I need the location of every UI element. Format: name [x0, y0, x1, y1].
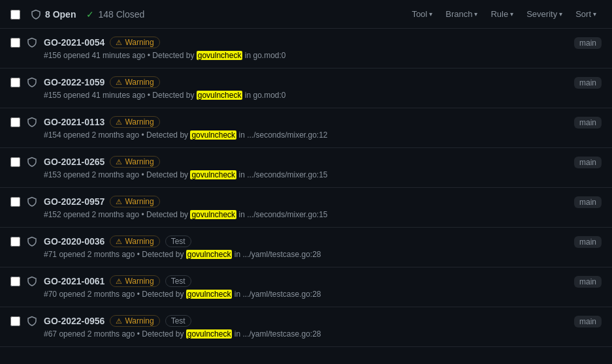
warning-badge[interactable]: ⚠Warning [110, 156, 159, 168]
detected-by-label: Detected by [152, 51, 194, 60]
tool-chevron: ▾ [429, 10, 432, 18]
issue-title-row: GO-2020-0036⚠WarningTest [44, 235, 568, 247]
issue-id[interactable]: GO-2021-0054 [44, 37, 105, 48]
tool-dropdown[interactable]: Tool ▾ [406, 7, 438, 22]
warning-label: Warning [125, 38, 153, 47]
warning-badge[interactable]: ⚠Warning [110, 37, 159, 48]
test-badge[interactable]: Test [165, 315, 191, 327]
issue-location: in .../seconds/mixer.go:12 [238, 130, 327, 140]
issue-checkbox[interactable] [10, 117, 20, 127]
issue-checkbox[interactable] [10, 277, 20, 286]
branch-tag[interactable]: main [574, 117, 602, 129]
check-icon: ✓ [86, 9, 94, 20]
branch-tag[interactable]: main [574, 77, 602, 89]
warning-label: Warning [125, 78, 153, 87]
issue-content: GO-2021-0054⚠Warning#156 opened 41 minut… [44, 37, 568, 60]
issue-number: #154 [44, 130, 61, 140]
issue-checkbox[interactable] [10, 157, 20, 167]
branch-tag[interactable]: main [574, 276, 602, 288]
issue-meta: #152 opened 2 months ago • Detected by g… [44, 210, 568, 219]
issue-number: #71 [44, 250, 57, 259]
issue-id[interactable]: GO-2021-0061 [44, 276, 105, 286]
issue-row: GO-2021-0054⚠Warning#156 opened 41 minut… [0, 29, 612, 68]
issue-checkbox[interactable] [10, 197, 20, 207]
issue-time: opened 41 minutes ago [63, 91, 145, 100]
test-badge[interactable]: Test [165, 235, 191, 247]
issue-number: #156 [44, 51, 61, 60]
warning-badge[interactable]: ⚠Warning [110, 116, 159, 128]
issue-checkbox[interactable] [10, 316, 20, 326]
issue-location: in go.mod:0 [245, 91, 286, 100]
test-badge[interactable]: Test [165, 275, 191, 287]
issue-content: GO-2022-1059⚠Warning#155 opened 41 minut… [44, 76, 568, 100]
shield-cell [27, 77, 37, 89]
detected-by-label: Detected by [146, 130, 188, 140]
branch-tag[interactable]: main [574, 236, 602, 248]
issue-number: #67 [44, 329, 57, 339]
detected-by-label: Detected by [152, 91, 194, 100]
shield-cell [27, 316, 37, 328]
issue-checkbox[interactable] [10, 237, 20, 247]
issue-title-row: GO-2021-0054⚠Warning [44, 37, 568, 48]
tool-name: govulncheck [190, 210, 236, 219]
warning-icon: ⚠ [116, 198, 122, 206]
tool-name: govulncheck [190, 130, 236, 140]
issue-id[interactable]: GO-2022-0956 [44, 316, 105, 326]
warning-badge[interactable]: ⚠Warning [110, 76, 159, 88]
issue-time: opened 41 minutes ago [63, 51, 145, 60]
header-bar: 8 Open ✓ 148 Closed Tool ▾ Branch ▾ Rule… [0, 0, 612, 29]
warning-icon: ⚠ [116, 78, 122, 87]
issue-time: opened 2 months ago [63, 130, 139, 140]
issue-checkbox[interactable] [10, 78, 20, 87]
warning-badge[interactable]: ⚠Warning [110, 315, 159, 327]
shield-cell [27, 157, 37, 169]
issue-content: GO-2022-0957⚠Warning#152 opened 2 months… [44, 196, 568, 219]
issue-title-row: GO-2021-0061⚠WarningTest [44, 275, 568, 287]
severity-dropdown[interactable]: Severity ▾ [521, 7, 568, 22]
issue-meta: #71 opened 2 months ago • Detected by go… [44, 250, 568, 259]
issue-title-row: GO-2022-0957⚠Warning [44, 196, 568, 207]
open-count: 8 Open [45, 9, 76, 20]
tab-closed[interactable]: ✓ 148 Closed [86, 9, 144, 20]
shield-cell [27, 236, 37, 249]
issue-id[interactable]: GO-2022-0957 [44, 196, 105, 207]
warning-badge[interactable]: ⚠Warning [110, 275, 159, 287]
branch-tag[interactable]: main [574, 37, 602, 49]
issue-id[interactable]: GO-2021-0265 [44, 157, 105, 167]
issue-row: GO-2021-0265⚠Warning#153 opened 2 months… [0, 148, 612, 188]
tool-name: govulncheck [186, 290, 233, 299]
issue-time: opened 2 months ago [63, 210, 139, 219]
issue-content: GO-2021-0113⚠Warning#154 opened 2 months… [44, 116, 568, 140]
branch-tag[interactable]: main [574, 196, 602, 208]
rule-chevron: ▾ [510, 10, 513, 18]
warning-icon: ⚠ [116, 158, 122, 166]
issue-meta: #67 opened 2 months ago • Detected by go… [44, 329, 568, 339]
tool-name: govulncheck [186, 329, 233, 339]
rule-dropdown[interactable]: Rule ▾ [485, 7, 519, 22]
warning-badge[interactable]: ⚠Warning [110, 235, 159, 247]
detected-by-label: Detected by [142, 329, 184, 339]
sort-chevron: ▾ [593, 10, 596, 18]
issue-row: GO-2022-1059⚠Warning#155 opened 41 minut… [0, 68, 612, 108]
branch-tag[interactable]: main [574, 157, 602, 168]
header-right: Tool ▾ Branch ▾ Rule ▾ Severity ▾ Sort ▾ [406, 7, 602, 22]
branch-tag[interactable]: main [574, 316, 602, 327]
detected-by-label: Detected by [146, 210, 188, 219]
shield-icon [27, 157, 37, 167]
sort-dropdown[interactable]: Sort ▾ [570, 7, 602, 22]
issue-meta: #156 opened 41 minutes ago • Detected by… [44, 51, 568, 60]
issue-id[interactable]: GO-2021-0113 [44, 117, 105, 127]
warning-icon: ⚠ [116, 118, 122, 127]
detected-by-label: Detected by [142, 290, 184, 299]
issue-checkbox[interactable] [10, 38, 20, 48]
issue-id[interactable]: GO-2020-0036 [44, 236, 105, 247]
issue-meta: #154 opened 2 months ago • Detected by g… [44, 130, 568, 140]
issue-meta: #70 opened 2 months ago • Detected by go… [44, 290, 568, 299]
select-all-checkbox[interactable] [10, 10, 20, 20]
issue-id[interactable]: GO-2022-1059 [44, 77, 105, 87]
issue-content: GO-2021-0265⚠Warning#153 opened 2 months… [44, 156, 568, 179]
branch-dropdown[interactable]: Branch ▾ [440, 7, 483, 22]
warning-label: Warning [125, 157, 153, 166]
tab-open[interactable]: 8 Open [31, 9, 76, 20]
warning-badge[interactable]: ⚠Warning [110, 196, 159, 207]
